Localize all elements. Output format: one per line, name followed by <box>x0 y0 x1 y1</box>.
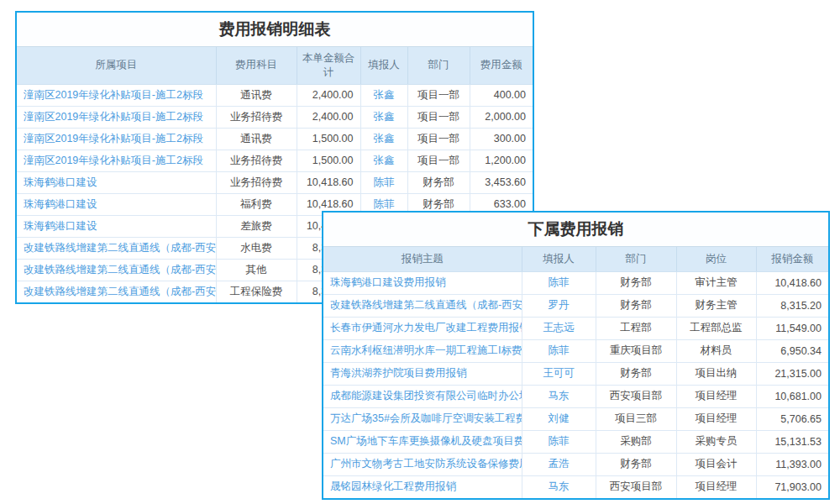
column-header-reporter: 填报人 <box>360 47 407 84</box>
column-header-department: 部门 <box>596 247 676 271</box>
project-link[interactable]: 潼南区2019年绿化补贴项目-施工2标段 <box>17 84 216 106</box>
department-cell: 项目一部 <box>407 84 470 106</box>
subject-link[interactable]: 万达广场35#会所及咖啡厅空调安装工程费用报销 <box>323 407 522 430</box>
reporter-link[interactable]: 王志远 <box>522 317 596 339</box>
position-cell: 项目出纳 <box>676 362 756 385</box>
table-row: 潼南区2019年绿化补贴项目-施工2标段 业务招待费 1,500.00 张鑫 项… <box>17 150 533 171</box>
total-cell: 1,500.00 <box>297 128 360 150</box>
amount-cell: 21,315.00 <box>756 362 828 385</box>
category-cell: 水电费 <box>216 237 297 259</box>
department-cell: 财务部 <box>596 453 676 475</box>
project-link[interactable]: 改建铁路线增建第二线直通线（成都-西安） <box>17 237 216 259</box>
position-cell: 采购专员 <box>676 430 756 453</box>
subject-link[interactable]: 改建铁路线增建第二线直通线（成都-西安） <box>323 294 522 317</box>
reporter-link[interactable]: 陈菲 <box>522 430 596 453</box>
total-cell: 2,400.00 <box>297 106 360 128</box>
department-cell: 项目一部 <box>407 106 470 128</box>
amount-cell: 6,950.34 <box>756 339 828 362</box>
department-cell: 项目三部 <box>596 407 676 430</box>
position-cell: 项目经理 <box>676 475 756 498</box>
column-header-subject: 报销主题 <box>323 247 522 271</box>
reporter-link[interactable]: 刘健 <box>522 407 596 430</box>
subordinate-expense-table-title: 下属费用报销 <box>323 213 828 247</box>
category-cell: 工程保险费 <box>216 281 297 302</box>
amount-cell: 10,418.60 <box>756 271 828 294</box>
category-cell: 通讯费 <box>216 84 297 106</box>
amount-cell: 11,549.00 <box>756 317 828 339</box>
amount-cell: 300.00 <box>470 128 533 150</box>
category-cell: 通讯费 <box>216 128 297 150</box>
reporter-link[interactable]: 马东 <box>522 475 596 498</box>
reporter-link[interactable]: 张鑫 <box>360 106 407 128</box>
column-header-department: 部门 <box>407 47 470 84</box>
department-cell: 财务部 <box>407 171 470 193</box>
project-link[interactable]: 潼南区2019年绿化补贴项目-施工2标段 <box>17 150 216 171</box>
project-link[interactable]: 珠海鹤港口建设 <box>17 215 216 237</box>
subordinate-expense-grid: 报销主题 填报人 部门 岗位 报销金额 珠海鹤港口建设费用报销 陈菲 财务部 审… <box>323 247 828 498</box>
column-header-amount: 费用金额 <box>470 47 533 84</box>
reporter-link[interactable]: 陈菲 <box>522 271 596 294</box>
table-row: 成都能源建设集团投资有限公司临时办公场地费用报销 马东 西安项目部 项目经理 1… <box>323 385 828 407</box>
expense-detail-table-title: 费用报销明细表 <box>17 13 533 47</box>
position-cell: 工程部总监 <box>676 317 756 339</box>
project-link[interactable]: 珠海鹤港口建设 <box>17 171 216 193</box>
position-cell: 项目经理 <box>676 385 756 407</box>
table-row: 晟铭园林绿化工程费用报销 马东 西安项目部 项目经理 71,903.00 <box>323 475 828 498</box>
table-row: 云南水利枢纽潜明水库一期工程施工I标费用报销 陈菲 重庆项目部 材料员 6,95… <box>323 339 828 362</box>
project-link[interactable]: 改建铁路线增建第二线直通线（成都-西安） <box>17 259 216 281</box>
subject-link[interactable]: 青海洪湖养护院项目费用报销 <box>323 362 522 385</box>
subject-link[interactable]: 长春市伊通河水力发电厂改建工程费用报销 <box>323 317 522 339</box>
reporter-link[interactable]: 张鑫 <box>360 84 407 106</box>
reporter-link[interactable]: 孟浩 <box>522 453 596 475</box>
amount-cell: 10,681.00 <box>756 385 828 407</box>
project-link[interactable]: 潼南区2019年绿化补贴项目-施工2标段 <box>17 106 216 128</box>
column-header-position: 岗位 <box>676 247 756 271</box>
subject-link[interactable]: 珠海鹤港口建设费用报销 <box>323 271 522 294</box>
table-row: 潼南区2019年绿化补贴项目-施工2标段 通讯费 2,400.00 张鑫 项目一… <box>17 84 533 106</box>
table-row: 潼南区2019年绿化补贴项目-施工2标段 通讯费 1,500.00 张鑫 项目一… <box>17 128 533 150</box>
department-cell: 财务部 <box>596 294 676 317</box>
department-cell: 采购部 <box>596 430 676 453</box>
reporter-link[interactable]: 陈菲 <box>522 339 596 362</box>
reporter-link[interactable]: 马东 <box>522 385 596 407</box>
reporter-link[interactable]: 张鑫 <box>360 150 407 171</box>
column-header-total: 本单金额合计 <box>297 47 360 84</box>
table-row: 珠海鹤港口建设费用报销 陈菲 财务部 审计主管 10,418.60 <box>323 271 828 294</box>
department-cell: 项目一部 <box>407 150 470 171</box>
amount-cell: 400.00 <box>470 84 533 106</box>
amount-cell: 71,903.00 <box>756 475 828 498</box>
project-link[interactable]: 珠海鹤港口建设 <box>17 193 216 215</box>
table-row: 改建铁路线增建第二线直通线（成都-西安） 罗丹 财务部 财务主管 8,315.2… <box>323 294 828 317</box>
department-cell: 财务部 <box>596 271 676 294</box>
amount-cell: 11,393.00 <box>756 453 828 475</box>
subject-link[interactable]: 晟铭园林绿化工程费用报销 <box>323 475 522 498</box>
subject-link[interactable]: 云南水利枢纽潜明水库一期工程施工I标费用报销 <box>323 339 522 362</box>
project-link[interactable]: 潼南区2019年绿化补贴项目-施工2标段 <box>17 128 216 150</box>
position-cell: 材料员 <box>676 339 756 362</box>
subject-link[interactable]: 成都能源建设集团投资有限公司临时办公场地费用报销 <box>323 385 522 407</box>
total-cell: 1,500.00 <box>297 150 360 171</box>
table-row: 青海洪湖养护院项目费用报销 王可可 财务部 项目出纳 21,315.00 <box>323 362 828 385</box>
table-row: 万达广场35#会所及咖啡厅空调安装工程费用报销 刘健 项目三部 项目经理 5,7… <box>323 407 828 430</box>
table-row: 潼南区2019年绿化补贴项目-施工2标段 业务招待费 2,400.00 张鑫 项… <box>17 106 533 128</box>
subject-link[interactable]: 广州市文物考古工地安防系统设备保修费用报销 <box>323 453 522 475</box>
position-cell: 审计主管 <box>676 271 756 294</box>
department-cell: 西安项目部 <box>596 475 676 498</box>
table-row: 广州市文物考古工地安防系统设备保修费用报销 孟浩 财务部 项目会计 11,393… <box>323 453 828 475</box>
department-cell: 财务部 <box>596 362 676 385</box>
amount-cell: 5,706.65 <box>756 407 828 430</box>
reporter-link[interactable]: 张鑫 <box>360 128 407 150</box>
project-link[interactable]: 改建铁路线增建第二线直通线（成都-西安） <box>17 281 216 302</box>
reporter-link[interactable]: 罗丹 <box>522 294 596 317</box>
category-cell: 福利费 <box>216 193 297 215</box>
reporter-link[interactable]: 陈菲 <box>360 171 407 193</box>
total-cell: 2,400.00 <box>297 84 360 106</box>
column-header-reporter: 填报人 <box>522 247 596 271</box>
reporter-link[interactable]: 王可可 <box>522 362 596 385</box>
category-cell: 业务招待费 <box>216 106 297 128</box>
department-cell: 工程部 <box>596 317 676 339</box>
table-row: 珠海鹤港口建设 业务招待费 10,418.60 陈菲 财务部 3,453.60 <box>17 171 533 193</box>
subject-link[interactable]: SM广场地下车库更换摄像机及硬盘项目费用报销 <box>323 430 522 453</box>
category-cell: 业务招待费 <box>216 150 297 171</box>
category-cell: 差旅费 <box>216 215 297 237</box>
